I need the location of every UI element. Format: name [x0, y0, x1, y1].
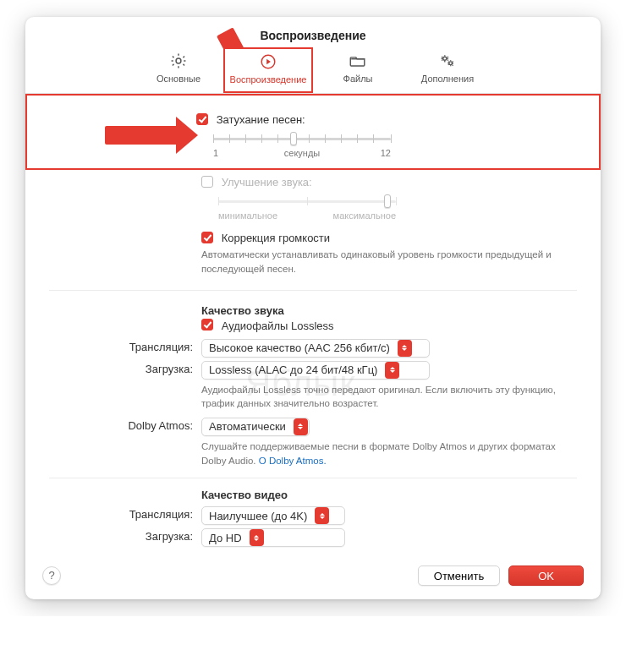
cancel-button[interactable]: Отменить	[418, 565, 500, 586]
footer: ? Отменить OK	[25, 554, 601, 586]
svg-point-2	[443, 57, 447, 60]
enhancer-high: максимальное	[333, 210, 396, 221]
gears-icon	[438, 52, 457, 70]
divider	[49, 478, 577, 478]
download-label: Загрузка:	[49, 361, 201, 375]
tab-advanced[interactable]: Дополнения	[403, 47, 492, 93]
chevron-updown-icon	[250, 529, 264, 546]
video-streaming-select[interactable]: Наилучшее (до 4K)	[201, 506, 345, 525]
video-download-select[interactable]: До HD	[201, 528, 345, 547]
chevron-updown-icon	[315, 507, 329, 524]
crossfade-max: 12	[332, 148, 391, 158]
enhancer-low: минимальное	[218, 210, 277, 221]
svg-point-0	[176, 58, 181, 63]
download-select[interactable]: Lossless (ALAC до 24 бит/48 кГц)	[201, 361, 430, 380]
audio-quality-heading: Качество звука	[201, 301, 577, 319]
crossfade-min: 1	[213, 148, 272, 158]
enhancer-slider	[218, 194, 396, 209]
crossfade-checkbox[interactable]	[196, 113, 208, 125]
tab-playback[interactable]: Воспроизведение	[223, 47, 313, 93]
preferences-window: Воспроизведение Основные Воспроизведение…	[25, 17, 601, 599]
dolby-link[interactable]: О Dolby Atmos.	[259, 456, 327, 466]
window-title: Воспроизведение	[25, 17, 601, 47]
chevron-updown-icon	[398, 340, 412, 357]
soundcheck-checkbox[interactable]	[201, 232, 213, 243]
chevron-updown-icon	[294, 418, 308, 435]
tab-files[interactable]: Файлы	[313, 47, 403, 93]
gear-icon	[169, 52, 188, 70]
crossfade-unit: секунды	[272, 148, 332, 158]
soundcheck-help: Автоматически устанавливать одинаковый у…	[201, 244, 557, 279]
crossfade-label: Затухание песен:	[217, 113, 305, 126]
streaming-select[interactable]: Высокое качество (AAC 256 кбит/с)	[201, 339, 430, 358]
help-button[interactable]: ?	[42, 566, 61, 585]
chevron-updown-icon	[385, 362, 399, 379]
divider	[49, 290, 577, 291]
enhancer-label: Улучшение звука:	[222, 176, 312, 188]
section-crossfade: Затухание песен: 1 секунды 12	[25, 94, 601, 170]
dolby-select[interactable]: Автоматически	[201, 418, 310, 436]
lossless-checkbox[interactable]	[201, 319, 213, 331]
streaming-label: Трансляция:	[49, 339, 201, 353]
ok-button[interactable]: OK	[508, 565, 584, 586]
play-circle-icon	[259, 52, 277, 71]
dolby-label: Dolby Atmos:	[49, 418, 201, 432]
folder-icon	[349, 52, 367, 70]
video-download-label: Загрузка:	[49, 528, 201, 543]
video-streaming-label: Трансляция:	[49, 506, 201, 521]
enhancer-checkbox[interactable]	[201, 176, 213, 188]
video-quality-heading: Качество видео	[201, 485, 577, 503]
crossfade-slider[interactable]	[213, 131, 391, 146]
lossless-label: Аудиофайлы Lossless	[222, 320, 334, 332]
dolby-help: Слушайте поддерживаемые песни в формате …	[201, 436, 557, 471]
toolbar-tabs: Основные Воспроизведение Файлы Дополнени…	[25, 47, 601, 94]
lossless-help: Аудиофайлы Lossless точно передают ориги…	[201, 380, 557, 414]
content-body: Затухание песен: 1 секунды 12	[25, 94, 601, 554]
tab-general[interactable]: Основные	[134, 47, 223, 93]
soundcheck-label: Коррекция громкости	[222, 232, 330, 244]
svg-point-3	[449, 62, 453, 65]
